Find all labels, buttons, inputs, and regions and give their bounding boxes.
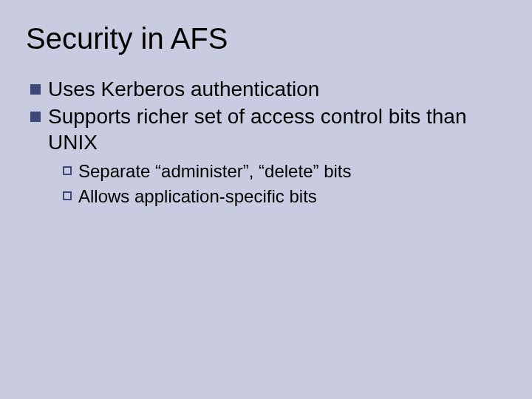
square-bullet-icon [30,112,41,122]
bullet-list: Uses Kerberos authentication Supports ri… [26,76,506,208]
square-bullet-icon [30,84,41,95]
hollow-square-bullet-icon [63,191,72,200]
sub-bullet-list: Separate “administer”, “delete” bits All… [61,160,506,208]
sub-list-item-text: Separate “administer”, “delete” bits [78,160,506,183]
list-item-text: Uses Kerberos authentication [48,76,506,102]
list-item-text: Supports richer set of access control bi… [48,103,506,155]
sub-list-item-text: Allows application-specific bits [78,185,506,208]
list-item: Uses Kerberos authentication [26,76,506,102]
list-item: Supports richer set of access control bi… [26,103,506,155]
sub-list-item: Allows application-specific bits [61,185,506,208]
hollow-square-bullet-icon [63,166,72,175]
sub-list-item: Separate “administer”, “delete” bits [61,160,506,183]
slide: Security in AFS Uses Kerberos authentica… [0,0,532,399]
slide-title: Security in AFS [26,22,506,55]
